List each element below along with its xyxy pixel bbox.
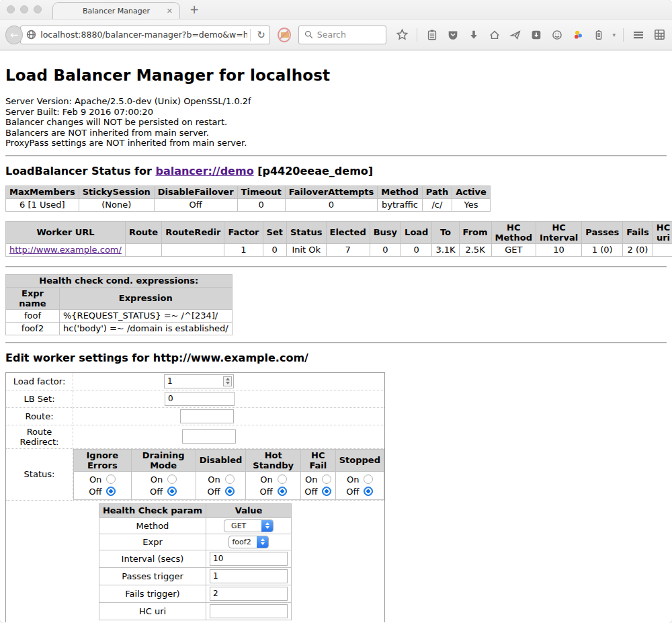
hc-params-row: Health Check param Value Method GET [6, 500, 385, 622]
close-window-button[interactable] [7, 5, 15, 13]
worker-url-link[interactable]: http://www.example.com/ [9, 245, 122, 255]
url-text[interactable]: localhost:8880/balancer-manager?b=demo&w… [40, 30, 247, 40]
window-controls[interactable] [7, 5, 42, 13]
edit-worker-heading: Edit worker settings for http://www.exam… [5, 351, 667, 364]
page-content: Load Balancer Manager for localhost Serv… [0, 50, 672, 622]
inherit-note: Balancers are NOT inherited from main se… [5, 128, 667, 138]
downloads-icon[interactable] [466, 28, 481, 42]
lb-set-input[interactable] [165, 392, 235, 406]
server-version: Server Version: Apache/2.5.0-dev (Unix) … [5, 96, 667, 107]
overflow-caret-icon[interactable]: ▾ [612, 32, 616, 38]
hc-expressions-table: Health check cond. expressions: Expr nam… [5, 274, 233, 335]
pocket-icon[interactable] [446, 28, 460, 42]
tab-balancer-manager[interactable]: Balancer Manager ✕ [52, 2, 180, 19]
interval-row: Interval (secs) [99, 550, 291, 567]
hc-uri-row: HC uri [99, 602, 291, 620]
expr-row: Expr foof2 [99, 534, 291, 550]
nav-toolbar: ← localhost:8880/balancer-manager?b=demo… [0, 19, 672, 50]
server-info: Server Version: Apache/2.5.0-dev (Unix) … [5, 96, 667, 149]
status-radio-row: On Off On Off On Off On Off [74, 471, 384, 499]
new-tab-button[interactable]: + [190, 3, 199, 16]
table-header-row: MaxMembers StickySession DisableFailover… [6, 185, 491, 198]
url-bar[interactable]: localhost:8880/balancer-manager?b=demo&w… [20, 26, 269, 44]
draining-mode-on-radio[interactable] [167, 474, 177, 484]
send-icon[interactable] [508, 28, 523, 42]
menu-hamburger-icon[interactable] [631, 28, 646, 42]
server-built: Server Built: Feb 9 2016 07:00:20 [5, 107, 667, 118]
feedback-smiley-icon[interactable] [550, 28, 564, 42]
draining-mode-off-radio[interactable] [167, 487, 177, 496]
lb-set-label: LB Set: [6, 390, 73, 407]
passes-input[interactable] [210, 569, 288, 583]
table-row: 6 [1 Used] (None) Off 0 0 bytraffic /c/ … [6, 198, 491, 211]
expr-row-foof: foof %{REQUEST_STATUS} =~ /^[234]/ [6, 309, 233, 322]
disabled-on-radio[interactable] [225, 474, 235, 484]
zoom-window-button[interactable] [34, 5, 42, 13]
search-bar[interactable]: Search [298, 26, 387, 44]
page-title: Load Balancer Manager for localhost [5, 67, 667, 84]
select-stepper-icon [261, 520, 273, 532]
edit-worker-form: Load factor: LB Set: Route: Route Redire… [5, 372, 385, 623]
table-header-row: Worker URL Route RouteRedir Factor Set S… [6, 221, 672, 243]
ignore-errors-on-radio[interactable] [106, 474, 116, 484]
hc-header-row: Health Check param Value [99, 503, 291, 517]
hc-fail-off-radio[interactable] [322, 487, 331, 496]
method-select[interactable]: GET [224, 520, 274, 532]
table-header-row: Expr name Expression [6, 287, 233, 309]
stopped-on-radio[interactable] [364, 474, 373, 484]
route-redirect-input[interactable] [182, 429, 236, 444]
hot-standby-on-radio[interactable] [278, 474, 287, 484]
browser-window: Balancer Manager ✕ + ← localhost:8880/ba… [0, 0, 672, 623]
colored-dots-icon[interactable] [571, 28, 585, 42]
disabled-off-radio[interactable] [225, 487, 235, 496]
globe-icon [26, 30, 36, 40]
tab-title: Balancer Manager [83, 7, 150, 15]
load-factor-label: Load factor: [6, 372, 73, 390]
search-icon [304, 30, 313, 39]
hc-uri-input[interactable] [210, 604, 288, 618]
route-redirect-row: Route Redirect: [6, 425, 385, 448]
hot-standby-off-radio[interactable] [278, 487, 287, 496]
interval-input[interactable] [210, 552, 288, 566]
grid-icon[interactable] [652, 28, 667, 42]
reload-icon[interactable]: ↻ [253, 29, 269, 41]
minimize-window-button[interactable] [20, 5, 28, 13]
passes-row: Passes trigger [99, 567, 291, 585]
bookmark-star-icon[interactable] [394, 28, 409, 42]
status-header-row: Ignore Errors Draining Mode Disabled Hot… [74, 449, 384, 471]
expr-select[interactable]: foof2 [228, 536, 269, 548]
route-row: Route: [6, 407, 385, 425]
route-redirect-label: Route Redirect: [6, 425, 73, 448]
worker-table: Worker URL Route RouteRedir Factor Set S… [5, 221, 672, 257]
balancer-demo-link[interactable]: balancer://demo [155, 165, 253, 177]
worker-row: http://www.example.com/ 1 0 Init Ok 7 0 … [6, 243, 672, 256]
save-square-icon[interactable] [529, 28, 544, 42]
battery-clipboard-icon[interactable] [591, 28, 606, 42]
balancer-status-table: MaxMembers StickySession DisableFailover… [5, 185, 491, 212]
health-check-table: Health Check param Value Method GET [99, 503, 292, 620]
status-label: Status: [6, 448, 73, 500]
titlebar: Balancer Manager ✕ + [0, 0, 672, 19]
stopped-off-radio[interactable] [364, 487, 373, 496]
route-input[interactable] [180, 409, 234, 423]
divider [5, 155, 667, 157]
status-table: Ignore Errors Draining Mode Disabled Hot… [73, 449, 384, 500]
fails-input[interactable] [210, 587, 288, 601]
bookmarks-clipboard-icon[interactable] [425, 28, 439, 42]
number-spinner-icon[interactable] [223, 376, 232, 386]
tab-close-icon[interactable]: ✕ [167, 7, 173, 15]
lb-set-row: LB Set: [6, 390, 385, 407]
proxypass-note: ProxyPass settings are NOT inherited fro… [5, 138, 667, 149]
persist-note: Balancer changes will NOT be persisted o… [5, 117, 667, 128]
search-placeholder: Search [317, 30, 346, 40]
status-row: Status: Ignore Errors Draining Mode Disa… [6, 448, 385, 500]
home-icon[interactable] [487, 28, 502, 42]
route-label: Route: [6, 407, 73, 425]
load-factor-row: Load factor: [6, 372, 385, 390]
hc-fail-on-radio[interactable] [322, 474, 331, 484]
blocked-plugin-icon[interactable] [277, 27, 292, 43]
back-button[interactable]: ← [5, 26, 23, 44]
ignore-errors-off-radio[interactable] [106, 487, 116, 496]
select-stepper-icon [257, 536, 268, 548]
hc-expr-title: Health check cond. expressions: [6, 274, 233, 287]
